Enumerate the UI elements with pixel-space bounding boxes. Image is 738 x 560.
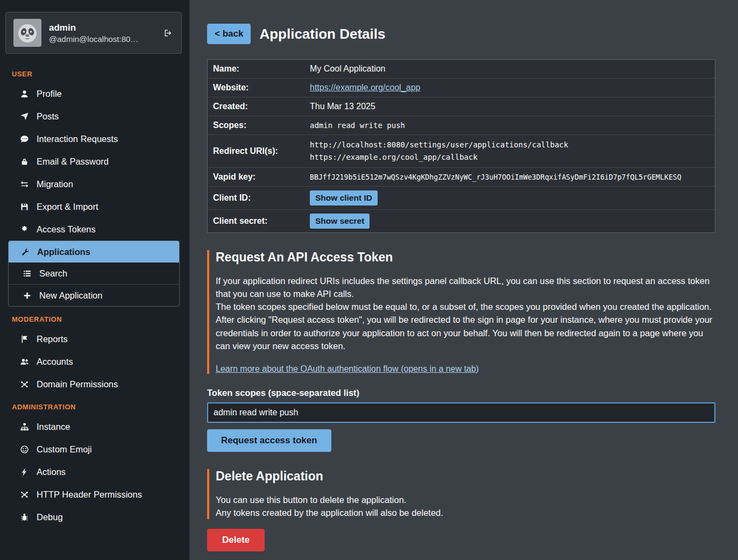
redirect-uri-1: http://localhost:8080/settings/user/appl…: [310, 139, 568, 151]
sidebar-item-label: Debug: [37, 512, 63, 522]
sidebar-item-label: Email & Password: [37, 157, 109, 167]
sidebar-item-label: Custom Emoji: [37, 444, 92, 455]
row-value: My Cool Application: [306, 60, 390, 77]
main-content: < back Application Details Name: My Cool…: [189, 0, 738, 560]
sidebar-item-migration[interactable]: Migration: [0, 173, 189, 195]
request-token-paragraph-3: After clicking "Request access token", y…: [216, 313, 715, 352]
sidebar-item-profile[interactable]: Profile: [0, 82, 189, 105]
floppy-disk-icon: [19, 201, 30, 212]
row-label: Client ID:: [208, 189, 306, 207]
table-row-created: Created: Thu Mar 13 2025: [208, 97, 715, 116]
user-icon: [19, 88, 30, 99]
request-access-token-button[interactable]: Request access token: [207, 429, 331, 452]
sidebar: admin @admin@localhost:80… USER Profile …: [0, 0, 189, 560]
transfer-arrows-icon: [19, 179, 30, 189]
table-row-redirect-uris: Redirect URI(s): http://localhost:8080/s…: [208, 135, 715, 168]
bug-icon: [19, 512, 30, 522]
oauth-docs-link[interactable]: Learn more about the OAuth authenticatio…: [216, 364, 479, 374]
row-value: http://localhost:8080/settings/user/appl…: [306, 135, 572, 167]
request-token-paragraph-2: The token scopes specified below must be…: [216, 300, 715, 313]
row-label: Vapid key:: [208, 168, 306, 186]
sidebar-item-accounts[interactable]: Accounts: [0, 350, 189, 373]
table-row-client-secret: Client secret: Show secret: [208, 210, 715, 232]
delete-paragraph-2: Any tokens created by the application wi…: [216, 506, 715, 519]
request-token-paragraph-1: If your application redirect URIs includ…: [216, 274, 715, 300]
sidebar-item-email-password[interactable]: Email & Password: [0, 150, 189, 173]
users-icon: [19, 356, 30, 367]
sidebar-item-actions[interactable]: Actions: [0, 460, 189, 483]
sidebar-item-http-header-permissions[interactable]: HTTP Header Permissions: [0, 483, 189, 506]
sidebar-item-label: Migration: [37, 179, 73, 189]
website-link[interactable]: https://example.org/cool_app: [310, 83, 420, 92]
user-names: admin @admin@localhost:80…: [49, 22, 155, 43]
request-token-section: Request An API Access Token If your appl…: [207, 250, 715, 373]
section-label-user: USER: [0, 62, 189, 82]
sidebar-item-reports[interactable]: Reports: [0, 328, 189, 350]
row-label: Created:: [208, 97, 306, 116]
sidebar-item-label: Profile: [37, 89, 62, 99]
sidebar-item-label: Reports: [37, 334, 68, 344]
sidebar-item-label: Accounts: [37, 357, 73, 367]
user-card[interactable]: admin @admin@localhost:80…: [5, 12, 182, 54]
table-row-client-id: Client ID: Show client ID: [208, 187, 715, 210]
user-handle: @admin@localhost:80…: [49, 34, 155, 44]
lock-icon: [19, 156, 30, 167]
logout-icon[interactable]: [163, 27, 174, 38]
row-value: BBJffJ219b5iE512m7wQSzv4KgKDhgZZVzNyWC_r…: [306, 169, 686, 185]
sidebar-item-label: Applications: [37, 247, 90, 257]
sidebar-item-debug[interactable]: Debug: [0, 506, 189, 528]
back-button[interactable]: < back: [207, 24, 251, 44]
delete-application-section: Delete Application You can use this butt…: [207, 469, 715, 519]
sidebar-item-interaction-requests[interactable]: Interaction Requests: [0, 127, 189, 150]
row-label: Name:: [208, 60, 306, 78]
section-label-administration: ADMINISTRATION: [0, 395, 189, 415]
row-label: Client secret:: [208, 212, 306, 230]
network-icon: [19, 489, 30, 500]
page-title: Application Details: [259, 26, 385, 42]
token-scopes-label: Token scopes (space-separated list): [207, 388, 715, 398]
sidebar-item-label: Search: [39, 268, 67, 279]
username: admin: [49, 22, 155, 34]
sidebar-item-posts[interactable]: Posts: [0, 105, 189, 127]
show-client-id-button[interactable]: Show client ID: [310, 190, 378, 205]
paper-plane-icon: [19, 111, 30, 122]
show-secret-button[interactable]: Show secret: [310, 214, 370, 229]
sidebar-item-export-import[interactable]: Export & Import: [0, 195, 189, 218]
sidebar-item-custom-emoji[interactable]: Custom Emoji: [0, 438, 189, 460]
avatar: [13, 19, 41, 47]
sidebar-item-instance[interactable]: Instance: [0, 415, 189, 438]
sidebar-item-applications[interactable]: Applications: [9, 241, 179, 263]
sidebar-item-domain-permissions[interactable]: Domain Permissions: [0, 373, 189, 395]
sidebar-item-label: Actions: [37, 467, 66, 477]
sidebar-item-label: New Application: [39, 290, 102, 301]
request-token-heading: Request An API Access Token: [216, 250, 715, 265]
sitemap-icon: [19, 421, 30, 432]
token-scopes-input[interactable]: [207, 402, 715, 423]
delete-paragraph-1: You can use this button to delete the ap…: [216, 493, 715, 506]
sidebar-item-access-tokens[interactable]: Access Tokens: [0, 218, 189, 240]
certificate-icon: [19, 224, 30, 235]
table-row-name: Name: My Cool Application: [208, 60, 715, 79]
row-value: admin read write push: [306, 117, 409, 133]
sidebar-item-label: Access Tokens: [37, 224, 96, 235]
sidebar-item-label: Posts: [37, 111, 59, 122]
comment-icon: [19, 133, 30, 144]
wrench-icon: [19, 246, 30, 257]
row-label: Website:: [208, 79, 306, 97]
row-value: Thu Mar 13 2025: [306, 98, 380, 115]
table-row-scopes: Scopes: admin read write push: [208, 116, 715, 135]
bolt-icon: [19, 466, 30, 477]
sidebar-item-new-application[interactable]: New Application: [9, 284, 179, 306]
row-label: Scopes:: [208, 116, 306, 134]
network-icon: [19, 379, 30, 389]
page-header: < back Application Details: [207, 24, 715, 44]
sidebar-item-label: HTTP Header Permissions: [37, 490, 142, 500]
list-icon: [22, 268, 32, 279]
sidebar-item-label: Domain Permissions: [37, 379, 118, 389]
section-label-moderation: MODERATION: [0, 308, 189, 328]
row-label: Redirect URI(s):: [208, 142, 306, 160]
sidebar-item-label: Interaction Requests: [37, 134, 118, 144]
delete-button[interactable]: Delete: [207, 529, 265, 551]
smile-icon: [19, 444, 30, 455]
sidebar-item-applications-search[interactable]: Search: [9, 263, 179, 284]
